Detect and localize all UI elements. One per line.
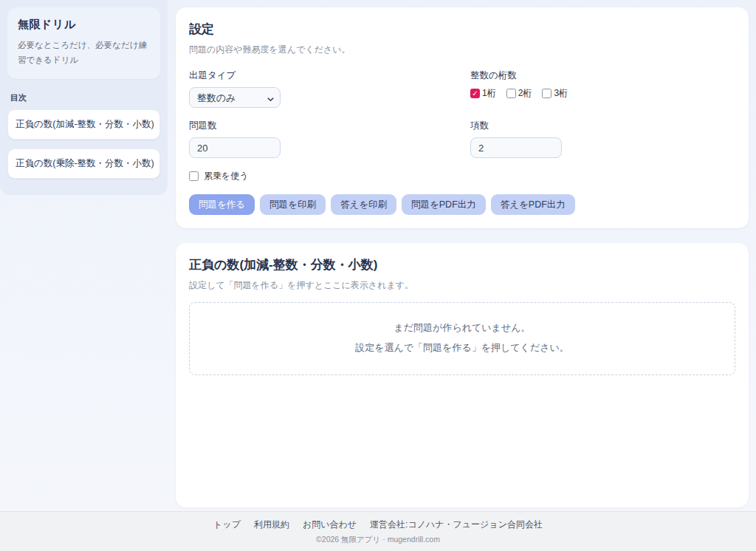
app-description: 必要なところだけ、必要なだけ練習できるドリル — [18, 38, 151, 67]
checkbox-unchecked-icon — [189, 171, 199, 181]
term-count-field: 項数 — [470, 120, 735, 158]
footer-link-company[interactable]: 運営会社:コノハナ・フュージョン合同会社 — [370, 519, 543, 531]
problem-count-label: 問題数 — [189, 120, 454, 132]
question-type-select[interactable]: 整数のみ — [189, 87, 281, 108]
digits-label: 整数の桁数 — [470, 69, 735, 82]
pdf-answers-button[interactable]: 答えをPDF出力 — [491, 194, 575, 215]
footer-link-terms[interactable]: 利用規約 — [254, 519, 289, 531]
empty-state-line1: まだ問題が作られていません。 — [197, 318, 727, 338]
sidebar-item-label: 正負の数(加減-整数・分数・小数) — [16, 119, 154, 129]
question-type-label: 出題タイプ — [189, 69, 454, 82]
sidebar-item-seifu-kagen[interactable]: 正負の数(加減-整数・分数・小数) — [7, 109, 160, 140]
power-checkbox-label: 累乗を使う — [204, 170, 249, 182]
footer: トップ 利用規約 お問い合わせ 運営会社:コノハナ・フュージョン合同会社 ©20… — [0, 511, 756, 551]
problem-count-input[interactable] — [189, 137, 281, 158]
sidebar: 無限ドリル 必要なところだけ、必要なだけ練習できるドリル 目次 正負の数(加減-… — [0, 0, 168, 195]
problem-count-field: 問題数 — [189, 120, 454, 158]
settings-card: 設定 問題の内容や難易度を選んでください。 出題タイプ 整数のみ — [176, 7, 749, 228]
page-body: 無限ドリル 必要なところだけ、必要なだけ練習できるドリル 目次 正負の数(加減-… — [0, 0, 756, 511]
empty-state: まだ問題が作られていません。 設定を選んで「問題を作る」を押してください。 — [189, 302, 735, 375]
app-header-card: 無限ドリル 必要なところだけ、必要なだけ練習できるドリル — [7, 7, 160, 79]
checkbox-unchecked-icon — [542, 89, 551, 98]
checkbox-checked-icon: ✓ — [470, 89, 480, 98]
digit-1-checkbox[interactable]: ✓ 1桁 — [470, 87, 496, 100]
sidebar-item-seifu-jojo[interactable]: 正負の数(乗除-整数・分数・小数) — [7, 148, 160, 179]
toc-label: 目次 — [10, 92, 160, 103]
print-problems-button[interactable]: 問題を印刷 — [260, 194, 326, 215]
empty-state-line2: 設定を選んで「問題を作る」を押してください。 — [197, 338, 727, 357]
footer-link-top[interactable]: トップ — [213, 519, 241, 531]
checkbox-unchecked-icon — [506, 89, 516, 98]
preview-card: 正負の数(加減-整数・分数・小数) 設定して「問題を作る」を押すとここに表示され… — [176, 243, 749, 507]
settings-description: 問題の内容や難易度を選んでください。 — [189, 44, 735, 56]
settings-form: 出題タイプ 整数のみ 整数の桁数 ✓ — [189, 69, 735, 158]
digit-3-checkbox[interactable]: 3桁 — [542, 87, 568, 100]
action-buttons: 問題を作る 問題を印刷 答えを印刷 問題をPDF出力 答えをPDF出力 — [189, 194, 735, 215]
main-content: 設定 問題の内容や難易度を選んでください。 出題タイプ 整数のみ — [176, 7, 749, 507]
digits-field: 整数の桁数 ✓ 1桁 2桁 3桁 — [470, 69, 735, 108]
settings-title: 設定 — [189, 21, 735, 38]
footer-links: トップ 利用規約 お問い合わせ 運営会社:コノハナ・フュージョン合同会社 — [213, 519, 543, 531]
pdf-problems-button[interactable]: 問題をPDF出力 — [402, 194, 486, 215]
create-problems-button[interactable]: 問題を作る — [189, 194, 255, 215]
digit-3-label: 3桁 — [554, 87, 568, 100]
question-type-field: 出題タイプ 整数のみ — [189, 69, 454, 108]
copyright: ©2026 無限アプリ · mugendrill.com — [316, 535, 440, 545]
sidebar-item-label: 正負の数(乗除-整数・分数・小数) — [16, 158, 154, 168]
app-title: 無限ドリル — [18, 18, 151, 32]
digit-1-label: 1桁 — [482, 87, 496, 100]
term-count-label: 項数 — [470, 120, 735, 132]
digit-2-checkbox[interactable]: 2桁 — [506, 87, 532, 100]
term-count-input[interactable] — [470, 137, 562, 158]
preview-title: 正負の数(加減-整数・分数・小数) — [189, 256, 735, 273]
power-checkbox[interactable]: 累乗を使う — [189, 170, 735, 182]
footer-link-contact[interactable]: お問い合わせ — [303, 519, 357, 531]
print-answers-button[interactable]: 答えを印刷 — [331, 194, 396, 215]
preview-description: 設定して「問題を作る」を押すとここに表示されます。 — [189, 279, 735, 292]
digit-2-label: 2桁 — [518, 87, 532, 100]
